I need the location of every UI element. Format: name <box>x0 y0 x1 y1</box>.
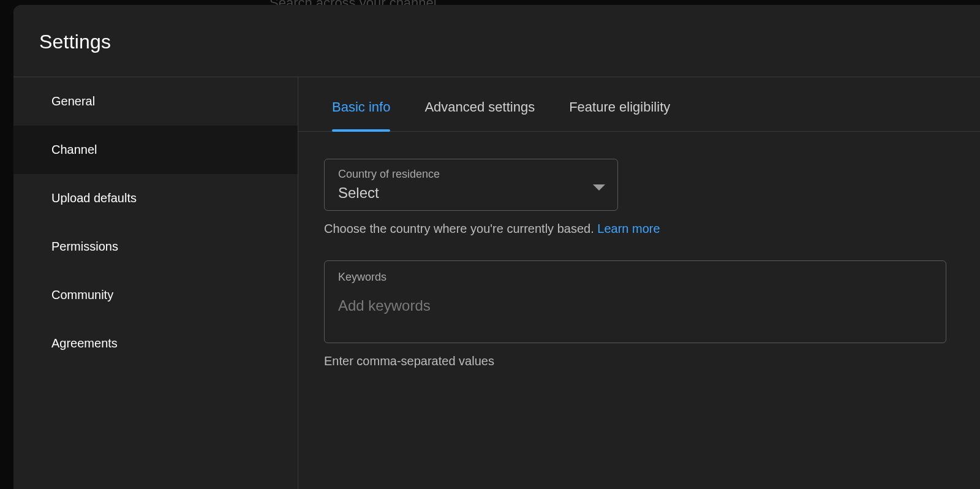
tab-bar: Basic info Advanced settings Feature eli… <box>298 77 980 132</box>
keywords-label: Keywords <box>338 271 932 284</box>
dialog-body: General Channel Upload defaults Permissi… <box>13 77 980 489</box>
country-select[interactable]: Country of residence Select <box>324 159 618 211</box>
keywords-box[interactable]: Keywords <box>324 260 946 343</box>
sidebar-item-general[interactable]: General <box>13 77 298 126</box>
country-value: Select <box>338 184 440 202</box>
dialog-header: Settings <box>13 5 980 77</box>
settings-sidebar: General Channel Upload defaults Permissi… <box>13 77 298 489</box>
keywords-helper: Enter comma-separated values <box>324 354 946 368</box>
tab-basic-info[interactable]: Basic info <box>332 99 390 131</box>
country-field: Country of residence Select Choose the c… <box>324 159 946 236</box>
tab-advanced-settings[interactable]: Advanced settings <box>424 99 535 131</box>
sidebar-item-channel[interactable]: Channel <box>13 126 298 174</box>
sidebar-item-agreements[interactable]: Agreements <box>13 319 298 368</box>
sidebar-item-upload-defaults[interactable]: Upload defaults <box>13 174 298 222</box>
country-helper: Choose the country where you're currentl… <box>324 222 946 236</box>
dialog-title: Settings <box>39 31 980 53</box>
keywords-input[interactable] <box>338 297 932 329</box>
country-helper-text: Choose the country where you're currentl… <box>324 222 597 235</box>
tab-feature-eligibility[interactable]: Feature eligibility <box>569 99 670 131</box>
sidebar-item-permissions[interactable]: Permissions <box>13 222 298 271</box>
country-learn-more-link[interactable]: Learn more <box>597 222 660 235</box>
keywords-field: Keywords Enter comma-separated values <box>324 260 946 368</box>
chevron-down-icon <box>593 184 605 191</box>
settings-content: Basic info Advanced settings Feature eli… <box>298 77 980 489</box>
basic-info-panel: Country of residence Select Choose the c… <box>298 132 980 393</box>
sidebar-item-community[interactable]: Community <box>13 271 298 319</box>
country-label: Country of residence <box>338 168 440 181</box>
settings-dialog: Settings General Channel Upload defaults… <box>13 5 980 489</box>
